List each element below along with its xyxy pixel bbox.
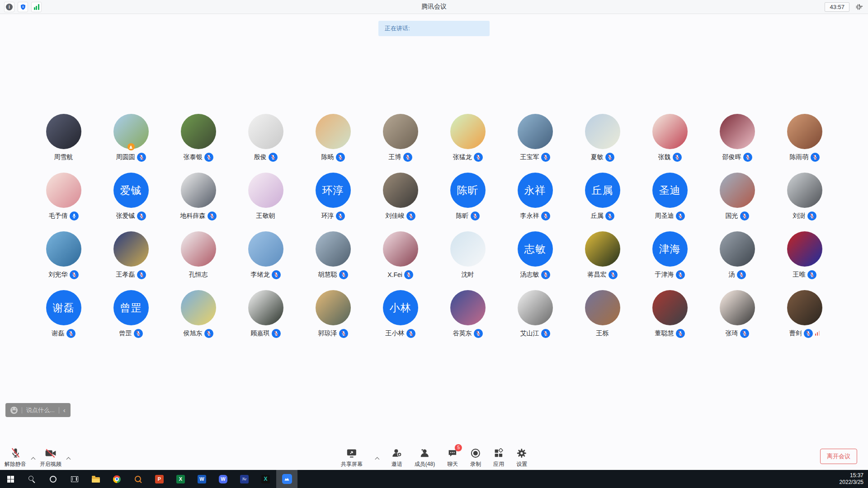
chat-label: 聊天 [447, 460, 458, 468]
participant-avatar [181, 231, 216, 267]
participant-tile[interactable]: 殷俊 [248, 114, 283, 162]
meeting-info-button[interactable] [4, 2, 14, 12]
taskbar-magnifier[interactable] [127, 470, 149, 488]
participant-tile[interactable]: 侯旭东 [181, 290, 216, 338]
mic-status-icon [605, 211, 614, 221]
taskbar-taskview[interactable] [64, 470, 85, 488]
taskbar-excel[interactable]: X [170, 470, 191, 488]
chat-collapse-chevron[interactable]: ‹ [63, 407, 66, 413]
participant-tile[interactable]: 环淳 环淳 [316, 173, 351, 221]
apps-button[interactable]: 应用 [493, 447, 504, 468]
participant-tile[interactable]: 刘澍 [787, 173, 822, 221]
search-icon [28, 475, 36, 483]
participant-tile[interactable]: 陈昕 陈昕 [450, 173, 486, 221]
taskbar-start[interactable] [0, 470, 21, 488]
emoji-icon[interactable] [10, 407, 18, 414]
participant-tile[interactable]: 顾嘉琪 [248, 290, 283, 338]
taskbar-powerpoint[interactable]: P [149, 470, 170, 488]
participant-tile[interactable]: 周圆圆 [113, 114, 149, 162]
exit-fullscreen-icon[interactable] [855, 3, 863, 11]
participant-tile[interactable]: 圣迪 周圣迪 [652, 173, 688, 221]
taskbar-onenote[interactable]: Ne [234, 470, 255, 488]
participant-avatar: 志敏 [518, 231, 553, 267]
participant-tile[interactable]: 刘佳峻 [383, 173, 418, 221]
participant-tile[interactable]: 夏敏 [585, 114, 620, 162]
taskbar-meeting[interactable] [276, 470, 297, 488]
participant-tile[interactable]: 张泰银 [181, 114, 216, 162]
participant-avatar [652, 290, 688, 325]
participant-tile[interactable]: 张猛龙 [450, 114, 486, 162]
members-button[interactable]: 成员(48) [415, 447, 435, 468]
chat-quick-bar[interactable]: 说点什么... ‹ [5, 403, 71, 417]
chat-button[interactable]: 5聊天 [447, 447, 458, 468]
unmute-button[interactable]: 解除静音 [5, 447, 26, 468]
participant-tile[interactable]: 王敬朝 [248, 173, 283, 221]
mic-status-icon [208, 211, 217, 221]
participant-tile[interactable]: 郭琼泽 [316, 290, 351, 338]
record-button[interactable]: 录制 [470, 447, 481, 468]
participant-tile[interactable]: 汤 [720, 231, 755, 279]
participant-tile[interactable]: 陈雨萌 [787, 114, 822, 162]
start-video-button[interactable]: 开启视频 [40, 447, 61, 468]
taskbar-word[interactable]: W [191, 470, 212, 488]
participant-tile[interactable]: X.Fei [383, 231, 418, 279]
participant-avatar [248, 173, 283, 208]
settings-button[interactable]: 设置 [516, 447, 527, 468]
mic-options-chevron[interactable] [31, 456, 35, 461]
participant-name: 顾嘉琪 [251, 329, 270, 338]
participant-tile[interactable]: 地科薛森 [180, 173, 217, 221]
participant-tile[interactable]: 陈旸 [316, 114, 351, 162]
participant-tile[interactable]: 津海 于津海 [652, 231, 688, 279]
mic-status-icon [269, 153, 278, 162]
participant-tile[interactable]: 永祥 李永祥 [518, 173, 553, 221]
participant-avatar: 永祥 [518, 173, 553, 208]
participant-tile[interactable]: 王栎 [585, 290, 620, 338]
participant-tile[interactable]: 张琦 [720, 290, 755, 338]
participant-avatar [720, 173, 755, 208]
taskbar-explorer[interactable] [85, 470, 106, 488]
participant-tile[interactable]: 王博 [383, 114, 418, 162]
meeting-security-button[interactable] [18, 2, 28, 12]
speaking-banner-label: 正在讲话: [385, 24, 410, 33]
participant-tile[interactable]: 王唯 [787, 231, 822, 279]
participant-tile[interactable]: 邵俊晖 [720, 114, 755, 162]
participant-tile[interactable]: 沈时 [450, 231, 486, 279]
taskbar-search[interactable] [21, 470, 42, 488]
participant-tile[interactable]: 胡慧聪 [316, 231, 351, 279]
taskbar-xmind[interactable]: X [255, 470, 276, 488]
participant-tile[interactable]: 周雪航 [46, 114, 81, 162]
participant-tile[interactable]: 董聪慧 [652, 290, 688, 338]
participant-tile[interactable]: 丘属 丘属 [585, 173, 620, 221]
taskbar-cortana[interactable] [42, 470, 64, 488]
divider [59, 407, 59, 413]
participant-tile[interactable]: 曹剑 [787, 290, 822, 338]
participant-tile[interactable]: 毛予倩 [46, 173, 81, 221]
participant-tile[interactable]: 刘宪华 [46, 231, 81, 279]
participant-tile[interactable]: 王宝军 [518, 114, 553, 162]
participant-tile[interactable]: 谷英东 [450, 290, 486, 338]
participant-tile[interactable]: 蒋昌宏 [585, 231, 620, 279]
share-button[interactable]: 共享屏幕 [341, 447, 363, 468]
participant-grid: 周雪航 周圆圆 [30, 114, 838, 338]
leave-meeting-button[interactable]: 离开会议 [820, 449, 857, 464]
participant-name: 地科薛森 [180, 212, 206, 220]
participant-tile[interactable]: 爱铖 张爱铖 [113, 173, 149, 221]
taskbar-chrome[interactable] [106, 470, 127, 488]
taskbar-clock[interactable]: 15:372022/3/25 [840, 472, 868, 486]
participant-tile[interactable]: 孔恒志 [181, 231, 216, 279]
chat-input-placeholder[interactable]: 说点什么... [26, 406, 55, 414]
participant-tile[interactable]: 王孝磊 [113, 231, 149, 279]
participant-tile[interactable]: 曾罡 曾罡 [113, 290, 149, 338]
participant-tile[interactable]: 国光 [720, 173, 755, 221]
network-status-button[interactable] [31, 2, 42, 12]
participant-tile[interactable]: 张魏 [652, 114, 688, 162]
share-options-chevron[interactable] [375, 456, 379, 461]
participant-tile[interactable]: 李绪龙 [248, 231, 283, 279]
participant-tile[interactable]: 艾山江 [518, 290, 553, 338]
participant-tile[interactable]: 小林 王小林 [383, 290, 418, 338]
taskbar-wps[interactable]: W [212, 470, 234, 488]
video-options-chevron[interactable] [66, 456, 71, 461]
participant-tile[interactable]: 志敏 汤志敏 [518, 231, 553, 279]
invite-button[interactable]: 邀请 [392, 447, 402, 468]
participant-tile[interactable]: 谢磊 谢磊 [46, 290, 81, 338]
